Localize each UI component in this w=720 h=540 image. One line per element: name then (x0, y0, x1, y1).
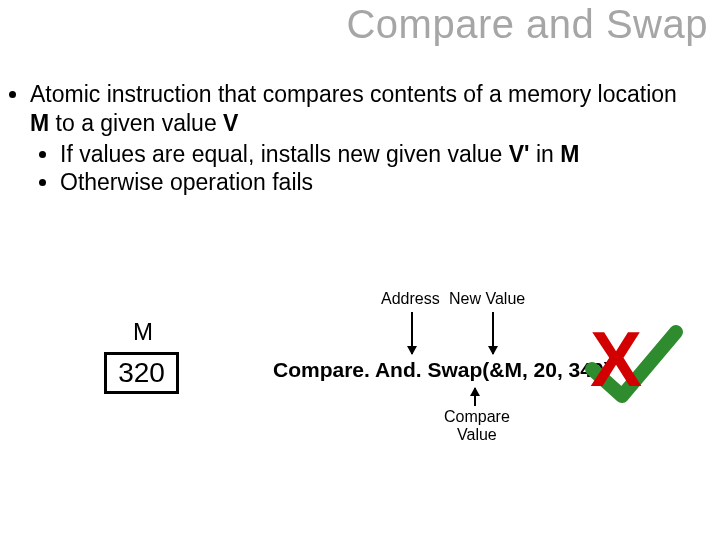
arrow-down-icon (492, 312, 494, 354)
var-v: V (223, 110, 238, 136)
var-vprime: V' (509, 141, 530, 167)
arrow-down-icon (411, 312, 413, 354)
slide: Compare and Swap Atomic instruction that… (0, 0, 720, 540)
text: Compare (444, 408, 510, 425)
text: Atomic instruction that compares content… (30, 81, 677, 107)
bullet-main: Atomic instruction that compares content… (30, 80, 700, 197)
bullet-sub-2: Otherwise operation fails (60, 168, 700, 197)
function-call: Compare. And. Swap(&M, 20, 340) (273, 358, 611, 382)
text: in (530, 141, 561, 167)
text: If values are equal, installs new given … (60, 141, 509, 167)
label-compare-value: Compare Value (444, 408, 510, 445)
var-m: M (30, 110, 49, 136)
x-icon: X (590, 320, 642, 398)
bullet-list: Atomic instruction that compares content… (8, 80, 700, 197)
memory-label: M (133, 318, 153, 346)
slide-title: Compare and Swap (346, 2, 708, 47)
result-indicator: X (590, 320, 680, 410)
memory-box: 320 (104, 352, 179, 394)
label-new-value: New Value (449, 290, 525, 308)
arrow-up-icon (474, 388, 476, 406)
label-address: Address (381, 290, 440, 308)
text: Value (457, 426, 497, 443)
text: to a given value (49, 110, 223, 136)
var-m: M (560, 141, 579, 167)
bullet-sub-1: If values are equal, installs new given … (60, 140, 700, 169)
